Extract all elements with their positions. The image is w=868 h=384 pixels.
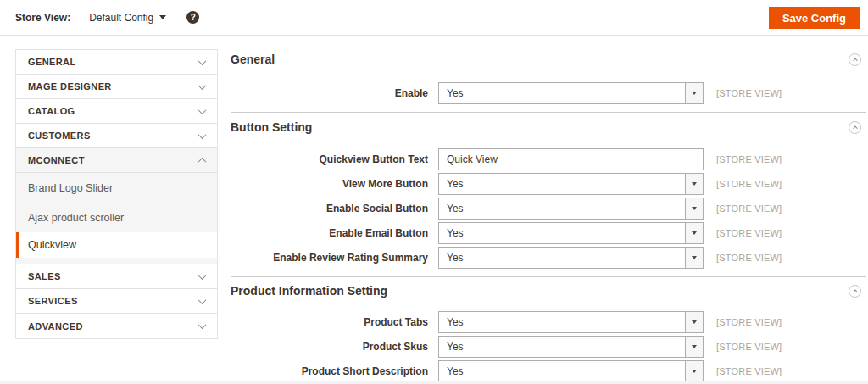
scope-label: [STORE VIEW] (716, 88, 782, 98)
sidebar-subitem-quickview[interactable]: Quickview (16, 232, 217, 258)
field-row-view-more-button: View More Button Yes [STORE VIEW] (231, 173, 861, 195)
sidebar-item-mage-designer[interactable]: MAGE DESIGNER (16, 75, 217, 99)
field-row-product-short-description: Product Short Description Yes [STORE VIE… (231, 360, 861, 382)
product-skus-select[interactable]: Yes (438, 336, 704, 358)
chevron-down-icon (685, 337, 703, 357)
enable-select[interactable]: Yes (438, 82, 704, 104)
select-value: Yes (447, 87, 464, 99)
sidebar-item-sales[interactable]: SALES (16, 264, 217, 289)
quickview-button-text-input[interactable] (438, 148, 704, 170)
chevron-down-icon (685, 312, 703, 332)
chevron-up-icon (853, 58, 858, 64)
sidebar-item-services[interactable]: SERVICES (16, 289, 217, 314)
view-more-button-select[interactable]: Yes (438, 173, 704, 195)
enable-social-button-select[interactable]: Yes (438, 198, 704, 220)
topbar: Store View: Default Config ? Save Config (0, 0, 868, 36)
sidebar-item-label: GENERAL (28, 57, 76, 67)
field-label: Enable (231, 87, 428, 99)
select-value: Yes (447, 227, 464, 239)
product-short-description-select[interactable]: Yes (438, 360, 704, 382)
sidebar-item-general[interactable]: GENERAL (16, 50, 217, 75)
section-product-information-setting: Product Information Setting Product Tabs… (231, 282, 861, 384)
scope-label: [STORE VIEW] (716, 366, 782, 376)
chevron-down-icon (685, 223, 703, 243)
sidebar-subitem-ajax-product-scroller[interactable]: Ajax product scroller (16, 203, 217, 232)
chevron-up-icon (198, 157, 207, 165)
section-title: Product Information Setting (231, 284, 387, 298)
field-label: Quickview Button Text (231, 153, 428, 165)
chevron-down-icon (685, 83, 703, 103)
sidebar-item-label: SERVICES (28, 296, 78, 306)
sidebar-item-customers[interactable]: CUSTOMERS (16, 124, 217, 148)
page-bottom-band (0, 381, 868, 384)
select-value: Yes (447, 203, 464, 214)
select-value: Yes (447, 365, 464, 377)
field-row-product-tabs: Product Tabs Yes [STORE VIEW] (231, 311, 861, 333)
section-button-setting: Button Setting Quickview Button Text [ST… (231, 119, 861, 271)
select-value: Yes (447, 252, 464, 264)
field-label: Enable Social Button (231, 203, 428, 214)
collapse-icon[interactable] (849, 285, 861, 298)
chevron-down-icon (198, 106, 207, 114)
enable-email-button-select[interactable]: Yes (438, 222, 704, 244)
chevron-down-icon (685, 174, 703, 194)
field-label: Product Short Description (231, 365, 428, 377)
scope-label: [STORE VIEW] (716, 253, 782, 263)
field-label: Enable Email Button (231, 227, 428, 239)
collapse-icon[interactable] (849, 53, 861, 66)
sidebar-item-label: CUSTOMERS (28, 131, 91, 141)
product-tabs-select[interactable]: Yes (438, 311, 704, 333)
scope-label: [STORE VIEW] (716, 154, 782, 164)
chevron-down-icon (198, 296, 207, 304)
help-icon[interactable]: ? (186, 11, 199, 24)
section-general: General Enable Yes [STORE VIEW] (231, 51, 861, 107)
chevron-down-icon (198, 320, 207, 329)
chevron-down-icon (198, 81, 207, 90)
scope-label: [STORE VIEW] (716, 203, 782, 214)
sidebar-item-mconnect[interactable]: MCONNECT (16, 148, 217, 173)
field-label: Product Tabs (231, 316, 428, 328)
enable-review-rating-summary-select[interactable]: Yes (438, 247, 704, 269)
section-title: Button Setting (231, 120, 312, 134)
section-divider (231, 276, 866, 277)
sidebar-item-label: MAGE DESIGNER (28, 81, 112, 92)
sidebar-item-label: CATALOG (28, 106, 75, 116)
chevron-down-icon (198, 57, 207, 65)
sidebar-item-advanced[interactable]: ADVANCED (16, 314, 217, 338)
field-row-enable-review-rating-summary: Enable Review Rating Summary Yes [STORE … (231, 247, 861, 269)
section-divider (231, 112, 866, 113)
scope-label: [STORE VIEW] (716, 317, 782, 327)
chevron-up-icon (853, 126, 858, 131)
field-row-enable: Enable Yes [STORE VIEW] (231, 82, 861, 104)
store-view-switcher[interactable]: Default Config (89, 12, 166, 24)
field-row-enable-social-button: Enable Social Button Yes [STORE VIEW] (231, 198, 861, 220)
select-value: Yes (447, 178, 464, 190)
select-value: Yes (447, 316, 464, 328)
store-view-label: Store View: (15, 12, 70, 24)
sidebar-subitem-brand-logo-slider[interactable]: Brand Logo Slider (16, 173, 217, 203)
sidebar-item-label: SALES (28, 271, 61, 281)
chevron-down-icon (198, 271, 207, 280)
select-value: Yes (447, 341, 464, 353)
chevron-down-icon (685, 198, 703, 219)
collapse-icon[interactable] (849, 121, 861, 134)
field-label: Enable Review Rating Summary (231, 252, 428, 264)
field-row-quickview-button-text: Quickview Button Text [STORE VIEW] (231, 148, 861, 170)
chevron-up-icon (853, 290, 858, 295)
section-header: General (231, 51, 861, 68)
field-row-product-skus: Product Skus Yes [STORE VIEW] (231, 336, 861, 358)
scope-label: [STORE VIEW] (716, 228, 782, 238)
sidebar-item-catalog[interactable]: CATALOG (16, 99, 217, 124)
chevron-down-icon (685, 248, 703, 268)
field-row-enable-email-button: Enable Email Button Yes [STORE VIEW] (231, 222, 861, 244)
subpanel-spacer (16, 258, 217, 264)
section-header: Button Setting (231, 119, 861, 136)
field-label: Product Skus (231, 341, 428, 353)
chevron-down-icon (685, 361, 703, 381)
scope-label: [STORE VIEW] (716, 179, 782, 189)
save-config-button[interactable]: Save Config (769, 7, 860, 29)
sidebar-item-label: MCONNECT (28, 155, 85, 165)
section-header: Product Information Setting (231, 282, 861, 299)
field-label: View More Button (231, 178, 428, 190)
sidebar-item-label: ADVANCED (28, 321, 83, 331)
